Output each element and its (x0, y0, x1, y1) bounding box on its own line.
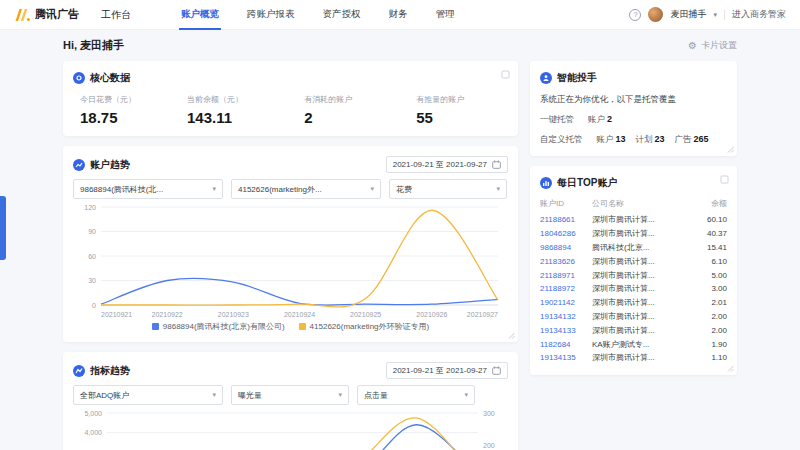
core-data-icon (73, 72, 85, 84)
legend-swatch (152, 323, 159, 330)
account-id-link[interactable]: 19134135 (540, 353, 592, 362)
exposure-select[interactable]: 曝光量 ▾ (231, 385, 349, 405)
top-accounts-card: 每日TOP账户 账户ID 公司名称 余额 21188661深圳市腾讯计算...6… (530, 166, 737, 375)
svg-text:30: 30 (88, 277, 96, 284)
account-id-link[interactable]: 21188972 (540, 284, 592, 293)
balance: 60.10 (691, 215, 727, 224)
metric-trend-card: 指标趋势 2021-09-21 至 2021-09-27 全部ADQ账户 (63, 352, 518, 450)
account-trend-filters: 9868894(腾讯科技(北... ▾ 4152626(marketing外..… (73, 179, 508, 199)
brand[interactable]: 腾讯广告 (14, 7, 79, 22)
company-name: 深圳市腾讯计算... (592, 214, 691, 225)
card-settings-label: 卡片设置 (701, 39, 737, 52)
core-data-title: 核心数据 (90, 71, 130, 85)
svg-text:0: 0 (92, 302, 96, 309)
balance: 2.01 (691, 298, 727, 307)
metric-select-cost[interactable]: 花费 ▾ (389, 179, 507, 199)
account-id-link[interactable]: 19021142 (540, 298, 592, 307)
metric-trend-chart: 01,0002,0003,0004,0005,00001002003002021… (73, 407, 508, 450)
balance: 2.00 (691, 326, 727, 335)
account-id-link[interactable]: 19134133 (540, 326, 592, 335)
help-icon[interactable]: ? (629, 9, 641, 21)
tab-finance[interactable]: 财务 (375, 0, 422, 30)
chevron-down-icon: ▾ (464, 391, 468, 399)
svg-text:20210923: 20210923 (218, 311, 249, 318)
balance: 3.00 (691, 284, 727, 293)
svg-text:5,000: 5,000 (84, 410, 102, 417)
resize-handle[interactable] (727, 365, 734, 372)
top-accounts-title: 每日TOP账户 (557, 176, 617, 190)
metric-value: 55 (416, 109, 508, 126)
custom-hosting-row: 自定义托管 账户13 计划23 广告265 (540, 134, 727, 146)
legend-swatch (299, 323, 306, 330)
table-row: 1182684KA账户测试专...1.90 (540, 337, 727, 351)
metric-value: 143.11 (187, 109, 304, 126)
balance: 40.37 (691, 229, 727, 238)
svg-text:4,000: 4,000 (84, 429, 102, 436)
metric-promoting-accounts: 有推量的账户 55 (416, 94, 508, 126)
company-name: 深圳市腾讯计算... (592, 256, 691, 267)
tab-account-overview[interactable]: 账户概览 (167, 0, 233, 30)
svg-text:20210924: 20210924 (284, 311, 315, 318)
side-drawer-handle[interactable] (0, 196, 6, 260)
balance: 2.00 (691, 312, 727, 321)
card-settings-button[interactable]: ⚙ 卡片设置 (688, 39, 737, 52)
company-name: 深圳市腾讯计算... (592, 325, 691, 336)
account-select-1[interactable]: 9868894(腾讯科技(北... ▾ (73, 179, 223, 199)
smart-pitcher-title: 智能投手 (557, 71, 597, 85)
metric-trend-title: 指标趋势 (90, 364, 130, 378)
account-id-link[interactable]: 21183626 (540, 257, 592, 266)
svg-text:300: 300 (483, 410, 495, 417)
company-name: 深圳市腾讯计算... (592, 297, 691, 308)
chevron-down-icon: ▾ (496, 185, 500, 193)
adq-account-select[interactable]: 全部ADQ账户 ▾ (73, 385, 223, 405)
account-id-link[interactable]: 19134132 (540, 312, 592, 321)
account-id-link[interactable]: 18046286 (540, 229, 592, 238)
account-id-link[interactable]: 1182684 (540, 340, 592, 349)
user-name[interactable]: 麦田捕手 (670, 8, 706, 21)
top-navbar: 腾讯广告 工作台 账户概览 跨账户报表 资产授权 财务 管理 ? 麦田捕手 ▾ … (0, 0, 800, 30)
tencent-ads-logo-icon (14, 9, 30, 21)
company-name: KA账户测试专... (592, 339, 691, 350)
smart-pitcher-desc: 系统正在为你优化，以下是托管覆盖 (540, 94, 727, 106)
top-accounts-icon (540, 177, 552, 189)
date-range-picker[interactable]: 2021-09-21 至 2021-09-27 (386, 156, 508, 173)
table-row: 21188972深圳市腾讯计算...3.00 (540, 282, 727, 296)
account-trend-chart: 0306090120202109212021092220210923202109… (73, 201, 508, 321)
balance: 6.10 (691, 257, 727, 266)
resize-handle[interactable] (508, 332, 515, 339)
account-id-link[interactable]: 21188971 (540, 271, 592, 280)
svg-text:60: 60 (88, 253, 96, 260)
svg-text:90: 90 (88, 228, 96, 235)
tab-management[interactable]: 管理 (422, 0, 469, 30)
account-trend-icon (73, 159, 85, 171)
table-header: 账户ID 公司名称 余额 (540, 195, 727, 213)
expand-icon[interactable] (501, 70, 510, 79)
svg-text:20210921: 20210921 (101, 311, 132, 318)
account-select-2[interactable]: 4152626(marketing外... ▾ (231, 179, 381, 199)
company-name: 深圳市腾讯计算... (592, 352, 691, 363)
table-row: 18046286深圳市腾讯计算...40.37 (540, 227, 727, 241)
top-accounts-table: 账户ID 公司名称 余额 21188661深圳市腾讯计算...60.101804… (540, 195, 727, 365)
expand-icon[interactable] (720, 175, 729, 184)
workspace-label[interactable]: 工作台 (101, 8, 131, 22)
tab-cross-account-report[interactable]: 跨账户报表 (233, 0, 309, 30)
account-id-link[interactable]: 21188661 (540, 215, 592, 224)
chevron-down-icon: ▾ (212, 185, 216, 193)
chevron-down-icon: ▾ (713, 11, 717, 19)
business-manager-link[interactable]: 进入商务管家 (732, 8, 786, 21)
core-metrics: 今日花费（元） 18.75 当前余额（元） 143.11 有消耗的账户 2 有推… (73, 94, 508, 126)
tab-asset-authorization[interactable]: 资产授权 (309, 0, 375, 30)
date-range-picker[interactable]: 2021-09-21 至 2021-09-27 (386, 362, 508, 379)
account-id-link[interactable]: 9868894 (540, 243, 592, 252)
balance: 1.10 (691, 353, 727, 362)
table-row: 19134135深圳市腾讯计算...1.10 (540, 351, 727, 365)
table-row: 21188661深圳市腾讯计算...60.10 (540, 213, 727, 227)
svg-text:200: 200 (483, 442, 495, 449)
chevron-down-icon: ▾ (370, 185, 374, 193)
company-name: 深圳市腾讯计算... (592, 228, 691, 239)
avatar[interactable] (648, 7, 663, 22)
core-data-card: 核心数据 今日花费（元） 18.75 当前余额（元） 143.11 有消耗的 (63, 61, 518, 136)
click-select[interactable]: 点击量 ▾ (357, 385, 475, 405)
balance: 1.90 (691, 340, 727, 349)
resize-handle[interactable] (727, 146, 734, 153)
